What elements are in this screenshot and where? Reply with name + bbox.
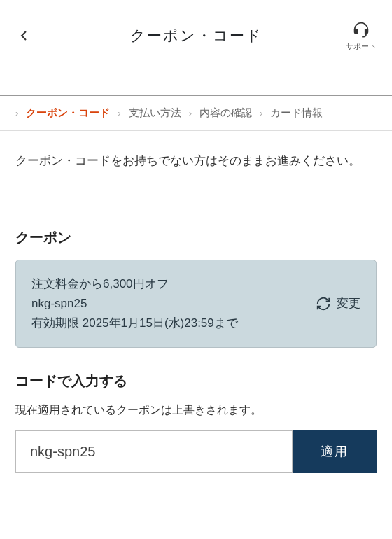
step-confirm[interactable]: 内容の確認: [200, 106, 252, 120]
applied-coupon-card: 注文料金から6,300円オフ nkg-spn25 有効期限 2025年1月15日…: [15, 260, 377, 348]
chevron-right-icon: ›: [189, 108, 192, 118]
chevron-right-icon: ›: [118, 108, 120, 118]
coupon-section-title: クーポン: [15, 228, 377, 247]
chevron-right-icon: ›: [260, 108, 262, 118]
code-input-section-title: コードで入力する: [15, 372, 377, 391]
headset-icon: [351, 20, 371, 39]
coupon-code-line: nkg-spn25: [31, 294, 238, 314]
step-coupon[interactable]: クーポン・コード: [26, 106, 110, 120]
refresh-icon: [316, 296, 331, 312]
back-button[interactable]: [15, 27, 32, 44]
coupon-code-input[interactable]: [15, 430, 293, 473]
overwrite-note: 現在適用されているクーポンは上書きされます。: [15, 403, 377, 418]
step-card[interactable]: カード情報: [270, 106, 323, 120]
coupon-discount-line: 注文料金から6,300円オフ: [31, 274, 238, 294]
support-label: サポート: [346, 41, 377, 52]
breadcrumb: › クーポン・コード › 支払い方法 › 内容の確認 › カード情報: [0, 95, 392, 131]
step-payment[interactable]: 支払い方法: [129, 106, 181, 120]
change-coupon-button[interactable]: 変更: [316, 295, 360, 312]
apply-button[interactable]: 適用: [293, 430, 377, 473]
chevron-left-icon: [15, 27, 32, 44]
chevron-right-icon: ›: [15, 108, 18, 118]
description-text: クーポン・コードをお持ちでない方はそのままお進みください。: [15, 150, 377, 172]
change-label: 変更: [337, 295, 360, 312]
page-title: クーポン・コード: [130, 26, 262, 46]
coupon-expiry-line: 有効期限 2025年1月15日(水)23:59まで: [31, 314, 238, 333]
support-button[interactable]: サポート: [346, 20, 377, 52]
